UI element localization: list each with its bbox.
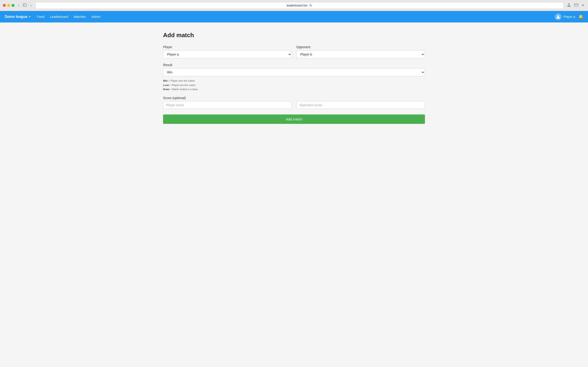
result-section: Result Win Lose Draw Win = Player won th… [163, 63, 425, 92]
notifications-bell-icon[interactable]: 🔔 [578, 14, 583, 19]
nav-admin[interactable]: Admin [89, 14, 103, 20]
sidebar-toggle-button[interactable] [22, 3, 28, 8]
add-tab-button[interactable] [573, 2, 579, 9]
result-hints: Win = Player won the match Lose = Player… [163, 79, 425, 92]
player-score-group [163, 101, 292, 109]
browser-nav: ‹ › [17, 3, 33, 8]
opponent-label: Opponent [296, 45, 425, 49]
score-row [163, 101, 425, 109]
address-bar[interactable]: leaderboard.fun ↻ [35, 2, 564, 9]
user-avatar-icon [555, 13, 562, 20]
page-title: Add match [163, 32, 425, 39]
result-select[interactable]: Win Lose Draw [163, 68, 425, 76]
traffic-lights [3, 4, 15, 7]
player-group: Player Player a Player b Player c [163, 45, 292, 58]
user-menu[interactable]: Player a [555, 13, 575, 20]
player-select[interactable]: Player a Player b Player c [163, 50, 292, 58]
hint-draw: Draw = Match ended in a draw [163, 87, 425, 92]
player-opponent-row: Player Player a Player b Player c Oppone… [163, 45, 425, 58]
result-group: Result Win Lose Draw Win = Player won th… [163, 63, 425, 92]
svg-rect-2 [574, 4, 578, 6]
navbar-right: Player a 🔔 [555, 13, 583, 20]
navbar-links: Feed Leaderboard Matches Admin [35, 14, 103, 20]
svg-rect-0 [23, 4, 26, 6]
opponent-score-group [296, 101, 425, 109]
close-button[interactable] [3, 4, 6, 7]
player-label: Player [163, 45, 292, 49]
navbar: Demo league ▾ Feed Leaderboard Matches A… [0, 11, 588, 23]
forward-button[interactable]: › [29, 3, 33, 8]
nav-feed[interactable]: Feed [35, 14, 47, 20]
opponent-select[interactable]: Player a Player b Player c [296, 50, 425, 58]
browser-chrome: ‹ › leaderboard.fun ↻ + [0, 0, 588, 11]
maximize-button[interactable] [11, 4, 15, 7]
back-button[interactable]: ‹ [17, 3, 21, 8]
user-name: Player a [563, 15, 575, 19]
minimize-button[interactable] [7, 4, 10, 7]
url-text: leaderboard.fun [287, 4, 308, 7]
refresh-icon[interactable]: ↻ [309, 3, 312, 8]
opponent-score-input[interactable] [296, 101, 425, 109]
add-match-button[interactable]: Add match [163, 115, 425, 124]
player-score-input[interactable] [163, 101, 292, 109]
svg-point-4 [557, 15, 559, 17]
brand-name: Demo league [5, 15, 27, 19]
nav-leaderboard[interactable]: Leaderboard [48, 14, 70, 20]
nav-matches[interactable]: Matches [71, 14, 88, 20]
new-tab-button[interactable]: + [581, 2, 585, 9]
navbar-brand[interactable]: Demo league ▾ [5, 15, 30, 19]
result-label: Result [163, 63, 425, 67]
brand-chevron-icon: ▾ [29, 15, 30, 18]
browser-actions: + [566, 2, 585, 9]
opponent-group: Opponent Player a Player b Player c [296, 45, 425, 58]
share-button[interactable] [566, 2, 572, 9]
score-label: Score (optional) [163, 96, 425, 100]
hint-lose: Lose = Player lost the match [163, 83, 425, 87]
main-content: Add match Player Player a Player b Playe… [145, 23, 443, 133]
score-section: Score (optional) [163, 96, 425, 109]
hint-win: Win = Player won the match [163, 79, 425, 83]
